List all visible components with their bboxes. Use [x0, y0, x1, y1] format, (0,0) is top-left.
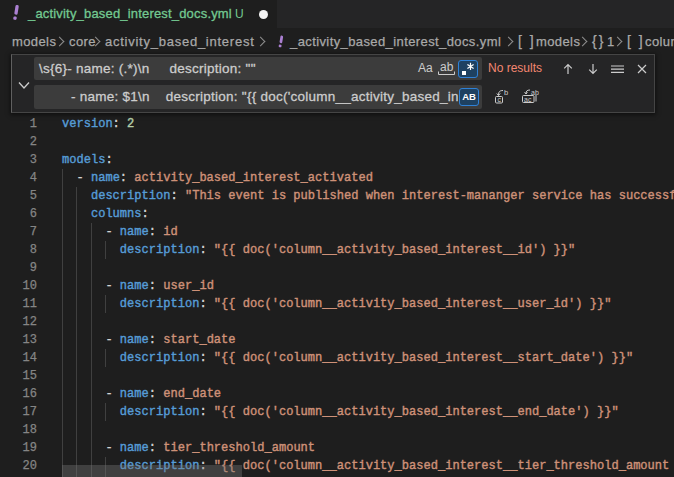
- svg-text:c: c: [498, 96, 502, 103]
- svg-text:ac: ac: [524, 96, 532, 103]
- svg-text:b: b: [504, 88, 508, 97]
- svg-text:ab: ab: [440, 60, 454, 74]
- svg-text:ab: ab: [531, 89, 539, 96]
